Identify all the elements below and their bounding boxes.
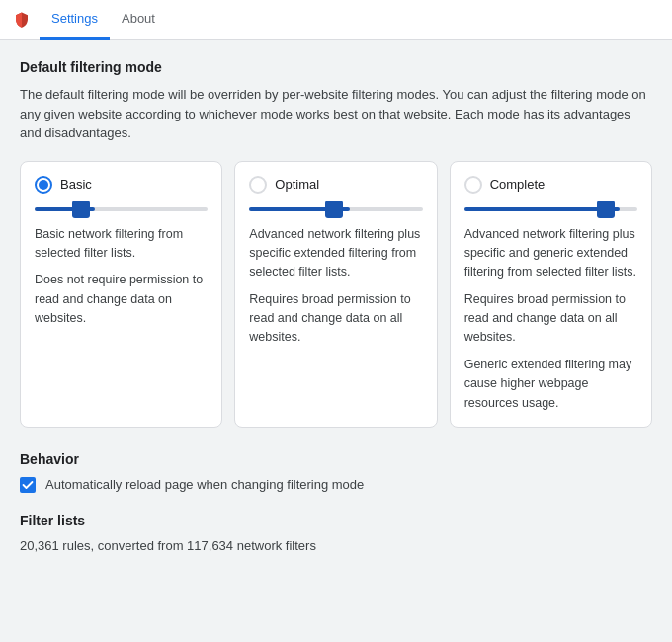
radio-optimal[interactable] [249, 176, 267, 194]
card-basic-label: Basic [60, 177, 92, 192]
slider-complete[interactable] [464, 203, 637, 215]
card-optimal-header: Optimal [249, 176, 422, 194]
card-optimal-text-2: Requires broad permission to read and ch… [249, 290, 422, 348]
filter-lists-title: Filter lists [20, 513, 652, 528]
slider-basic[interactable] [35, 203, 208, 215]
card-complete-text-3: Generic extended filtering may cause hig… [464, 356, 637, 413]
app-icon [12, 10, 32, 30]
filter-lists-section: Filter lists 20,361 rules, converted fro… [20, 513, 652, 553]
tab-about-label: About [122, 11, 155, 26]
tab-settings-label: Settings [51, 11, 98, 26]
filtering-mode-title: Default filtering mode [20, 59, 652, 75]
behavior-title: Behavior [20, 451, 652, 467]
card-complete-label: Complete [490, 177, 546, 192]
checkbox-row[interactable]: Automatically reload page when changing … [20, 477, 652, 493]
filtering-mode-section: Default filtering mode The default filte… [20, 59, 652, 428]
card-optimal[interactable]: Optimal Advanced network filtering plus … [234, 161, 437, 428]
card-optimal-label: Optimal [275, 177, 319, 192]
tab-settings[interactable]: Settings [40, 0, 110, 40]
radio-complete[interactable] [464, 176, 482, 194]
card-complete-text-1: Advanced network filtering plus specific… [464, 225, 637, 282]
card-basic-header: Basic [35, 176, 208, 194]
cards-container: Basic Basic network filtering from selec… [20, 161, 652, 428]
tab-about[interactable]: About [110, 0, 167, 40]
card-complete-text-2: Requires broad permission to read and ch… [464, 290, 637, 348]
tabs-bar: Settings About [0, 0, 672, 40]
card-optimal-text-1: Advanced network filtering plus specific… [249, 225, 422, 282]
behavior-section: Behavior Automatically reload page when … [20, 451, 652, 493]
card-basic-text-2: Does not require permission to read and … [35, 271, 208, 328]
radio-basic[interactable] [35, 176, 52, 194]
card-optimal-text: Advanced network filtering plus specific… [249, 225, 422, 348]
checkbox-auto-reload-label: Automatically reload page when changing … [45, 477, 364, 492]
filtering-mode-description: The default filtering mode will be overr… [20, 85, 652, 143]
card-basic-text: Basic network filtering from selected fi… [35, 225, 208, 329]
card-complete-header: Complete [464, 176, 637, 194]
main-content: Default filtering mode The default filte… [0, 40, 672, 573]
slider-optimal[interactable] [249, 203, 422, 215]
card-basic-text-1: Basic network filtering from selected fi… [35, 225, 208, 264]
card-complete[interactable]: Complete Advanced network filtering plus… [450, 161, 652, 428]
filter-lists-info: 20,361 rules, converted from 117,634 net… [20, 538, 652, 553]
card-complete-text: Advanced network filtering plus specific… [464, 225, 637, 413]
card-basic[interactable]: Basic Basic network filtering from selec… [20, 161, 222, 428]
checkbox-auto-reload[interactable] [20, 477, 36, 493]
